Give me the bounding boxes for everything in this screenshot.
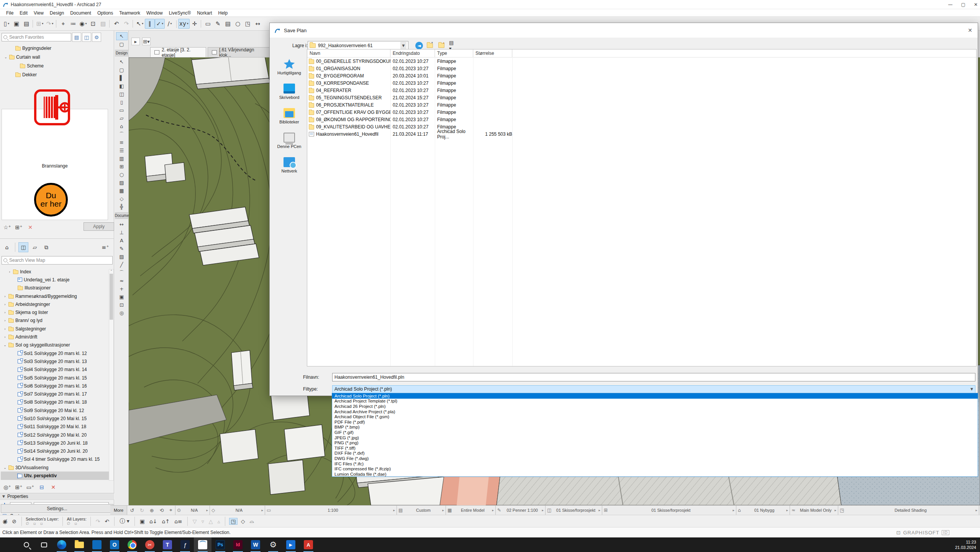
filetype-option[interactable]: Archicad 26 Project (*.pln) (332, 404, 978, 409)
toolbar-button[interactable]: ↷ (121, 19, 131, 29)
bring-forward-icon[interactable]: △ (208, 518, 214, 524)
navigator-menu-button[interactable]: ≡⁺ (100, 242, 110, 252)
quick-option-segment[interactable]: ✎ 02 Penner 1:100 ▸ (496, 506, 546, 515)
menu-view[interactable]: View (31, 10, 47, 16)
minimize-button[interactable]: — (948, 2, 953, 7)
menu-norkart[interactable]: Norkart (194, 10, 215, 16)
zoom-back-icon[interactable]: ↺ (130, 508, 134, 513)
segment-arrow-icon[interactable]: ▸ (261, 508, 263, 512)
delete-favorite-button[interactable]: ✕ (25, 222, 35, 232)
filename-input[interactable]: Haakonsvernveien61_Hovedfil.pln (332, 373, 975, 381)
segment-arrow-icon[interactable]: ▸ (542, 508, 544, 512)
orbit-icon[interactable]: ⟲ (160, 508, 164, 513)
toolbar-button[interactable]: ∕ (165, 19, 175, 29)
toolbar-button[interactable]: ▯ (2, 19, 11, 29)
filetype-combobox[interactable]: Archicad Solo Project (*.pln) ▼ (332, 385, 975, 393)
quick-option-segment[interactable]: ◳ Detailed Shading ▸ (838, 506, 979, 515)
filetype-option[interactable]: GIF (*.gif) (332, 430, 978, 435)
tab-layout-book[interactable]: ▱ (30, 242, 40, 252)
expand-arrow-icon[interactable]: ⌄ (4, 55, 8, 59)
toolbar-button[interactable]: ↷ (45, 19, 55, 29)
toolbar-button[interactable]: ⌖ (58, 19, 68, 29)
document-tool[interactable]: ✎ (116, 245, 128, 253)
filetype-option[interactable]: DWG File (*.dwg) (332, 456, 978, 461)
toolbar-button[interactable]: ▤ (223, 19, 233, 29)
favorite-item-label[interactable]: Brannslange (2, 163, 108, 169)
toolbar-button[interactable]: ≔ (68, 19, 78, 29)
filetype-option[interactable]: IFC compressed file (*.ifczip) (332, 466, 978, 472)
expand-arrow-icon[interactable]: › (3, 294, 7, 298)
file-row[interactable]: 01_ORGANISASJON 02.01.2023 10:27 Filmapp… (307, 65, 976, 72)
document-tool[interactable]: ⊥ (116, 228, 128, 237)
toolbar-button[interactable]: ↔ (253, 19, 263, 29)
design-tool[interactable]: ⌂ (116, 122, 128, 130)
tab-overview-button[interactable]: ⊞▾ (142, 38, 151, 45)
document-tool[interactable]: ≈ (116, 277, 128, 285)
document-tool[interactable]: + (116, 285, 128, 293)
project-chooser-icon[interactable]: ⌂ (2, 242, 12, 252)
view-map-tree-item[interactable]: Underlag_vei 1. etasje (1, 276, 109, 284)
filetype-option[interactable]: TIFF (*.tiff) (332, 445, 978, 451)
redefine-favorite-button[interactable]: ⊞⁺ (14, 222, 24, 232)
segment-arrow-icon[interactable]: ▸ (975, 508, 977, 512)
view-map-tree-item[interactable]: Sol13 Sol/skygge 20 Juni kl. 18 (1, 439, 109, 447)
view-map-tree-item[interactable]: Sol5 Sol/skygge 20 mars kl. 15 (1, 374, 109, 382)
design-tool[interactable]: ▭ (116, 106, 128, 114)
menu-design[interactable]: Design (47, 10, 67, 16)
expand-arrow-icon[interactable]: › (3, 319, 7, 322)
axonometry-icon[interactable]: ◇ (240, 518, 246, 524)
quick-option-segment[interactable]: ≈ Main Model Only ▸ (790, 506, 838, 515)
filetype-option[interactable]: Archicad Project Template (*.tpl) (332, 399, 978, 404)
file-row[interactable]: 03_KORRESPONDANSE 02.01.2023 10:27 Filma… (307, 79, 976, 87)
tab-3d-view[interactable]: [.61 Vårjevndøgn klok... (208, 47, 271, 57)
send-backward-icon[interactable]: ▽ (192, 518, 198, 524)
marquee-tool[interactable]: ▢ (116, 40, 128, 48)
quick-option-segment[interactable]: ▤ Custom ▸ (397, 506, 446, 515)
info-dropdown-icon[interactable]: ⓘ ▾ (118, 518, 130, 525)
apply-button[interactable]: Apply (84, 222, 114, 231)
document-tool[interactable]: ◎ (116, 309, 128, 317)
up-one-level-icon[interactable]: ↑ (426, 41, 434, 50)
undo-layer-icon[interactable]: ↶ (104, 518, 111, 524)
quick-option-segment[interactable]: ◫ 01 Skisse/forprosjekt ▸ (546, 506, 602, 515)
collapse-arrow-icon[interactable]: ▼ (2, 495, 5, 498)
bring-to-front-icon[interactable]: ▵ (216, 518, 221, 524)
expand-arrow-icon[interactable]: › (3, 335, 7, 339)
file-row[interactable]: 08_ØKONOMI OG RAPPORTERING 02.01.2023 10… (307, 116, 976, 123)
toolbar-button[interactable]: ▨ (98, 19, 108, 29)
new-folder-button[interactable]: ▭⁺ (25, 482, 35, 492)
maximize-button[interactable]: ▢ (961, 2, 965, 7)
file-list-header[interactable]: Navn Endringsdato Type Størrelse (307, 49, 976, 58)
document-tool[interactable]: ⌒ (116, 269, 128, 277)
expand-arrow-icon[interactable]: › (3, 310, 7, 314)
perspective-icon[interactable]: ⌓ (249, 518, 255, 524)
taskbar-app-button[interactable]: Ps (211, 537, 229, 552)
toolbar-button[interactable]: ◳ (243, 19, 253, 29)
taskbar-app-button[interactable]: A (300, 537, 317, 552)
document-tool[interactable]: ╱ (116, 261, 128, 269)
toolbar-button[interactable]: ✛ (190, 19, 200, 29)
taskbar-app-button[interactable]: W (247, 537, 264, 552)
favorites-tree-item[interactable]: Dekker (1, 70, 108, 79)
save-view-button[interactable]: ◎⁺ (2, 482, 12, 492)
favorites-list-view-button[interactable]: ▤ (72, 33, 81, 42)
view-map-tree-item[interactable]: Sol 4 timer Sol/skygge 20 mars kl. 15 (1, 455, 109, 463)
place-item[interactable]: Skrivebord (272, 84, 307, 100)
taskbar-app-button[interactable] (88, 537, 106, 552)
toolbar-button[interactable]: ↶ (111, 19, 121, 29)
menu-help[interactable]: Help (215, 10, 231, 16)
design-tool[interactable]: ▢ (116, 66, 128, 74)
menu-file[interactable]: File (3, 10, 16, 16)
quick-option-segment[interactable]: ◇ N/A ▸ (210, 506, 265, 515)
design-tool[interactable]: ▥ (116, 154, 128, 163)
design-tool[interactable]: ≡ (116, 138, 128, 146)
taskbar-clock[interactable]: 11:23 21.03.2024 (955, 537, 978, 552)
navigator-scrollbar[interactable]: ⌃ (109, 269, 114, 481)
view-map-tree-item[interactable]: Sol4 Sol/skygge 20 mars kl. 14 (1, 366, 109, 374)
menu-teamwork[interactable]: Teamwork (116, 10, 143, 16)
filetype-option[interactable]: IFC Files (*.ifc) (332, 461, 978, 467)
file-row[interactable]: 06_PROSJEKTMATERIALE 02.01.2023 10:27 Fi… (307, 101, 976, 108)
document-tool[interactable]: ▨ (116, 253, 128, 261)
view-map-tree-item[interactable]: Sol9 Sol/skygge 20 Mai kl. 12 (1, 406, 109, 414)
taskbar-app-button[interactable]: Id (229, 537, 247, 552)
